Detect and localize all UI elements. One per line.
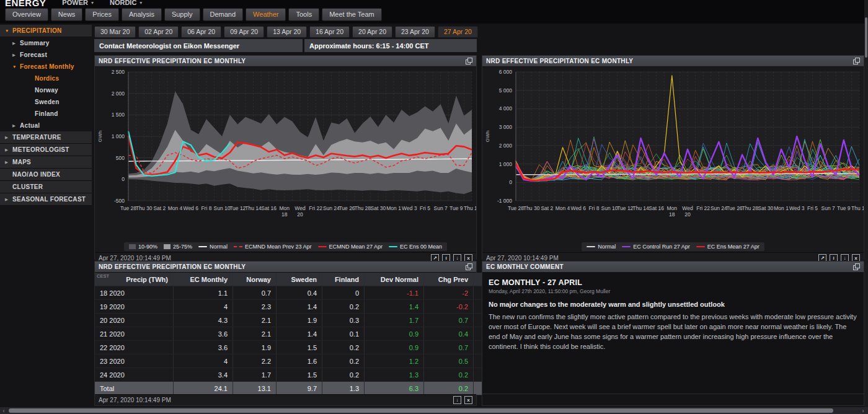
sidebar-item-meteorologist[interactable]: ▶METEOROLOGIST — [0, 144, 92, 156]
scroll-right-icon[interactable]: › — [859, 408, 867, 414]
excel-icon[interactable]: x — [464, 396, 472, 404]
tab-tools[interactable]: Tools — [288, 8, 319, 21]
sidebar-item-maps[interactable]: ▶MAPS — [0, 156, 92, 169]
sidebar-item-finland[interactable]: Finland — [0, 108, 92, 120]
sidebar-item-forecast[interactable]: ▶Forecast — [0, 49, 92, 61]
table-header-5: Dev Normal — [365, 273, 424, 286]
tab-meet-the-team[interactable]: Meet the Team — [322, 8, 382, 21]
table-cell: 0 — [322, 286, 365, 300]
sidebar-item-seasonal-forecast[interactable]: ▶SEASONAL FORECAST — [0, 193, 92, 206]
table-cell: 2.3 — [233, 300, 277, 314]
date-button-27-apr-20[interactable]: 27 Apr 20 — [438, 26, 478, 38]
chevron-right-icon[interactable]: ▶ — [12, 53, 20, 58]
tab-weather[interactable]: Weather — [246, 8, 286, 21]
date-button-02-apr-20[interactable]: 02 Apr 20 — [138, 26, 179, 38]
table-header-6: Chg Prev — [424, 273, 474, 286]
sidebar-item-temperature[interactable]: ▶TEMPERATURE — [0, 131, 92, 144]
scroll-left-icon[interactable]: ‹ — [0, 408, 7, 414]
tab-news[interactable]: News — [51, 8, 83, 21]
svg-text:Thu 14: Thu 14 — [632, 205, 649, 211]
sidebar-item-nao-ao-index[interactable]: NAO/AO INDEX — [0, 169, 92, 181]
sidebar-item-label: Actual — [20, 122, 40, 129]
legend-item: EC Ens Mean 27 Apr — [696, 244, 760, 250]
popout-icon[interactable] — [853, 263, 860, 270]
table-cell: 0.2 — [322, 368, 365, 382]
sidebar-item-nordics[interactable]: Nordics — [0, 73, 92, 84]
svg-text:500: 500 — [116, 155, 125, 161]
chevron-down-icon[interactable]: ▼ — [12, 64, 20, 69]
chevron-right-icon[interactable]: ▶ — [5, 160, 12, 165]
svg-text:Mon18: Mon18 — [280, 205, 290, 218]
sidebar-item-forecast-monthly[interactable]: ▼Forecast Monthly — [0, 61, 92, 73]
legend-label: EC Ens Mean 27 Apr — [707, 244, 760, 250]
precipitation-ensemble-chart[interactable]: 6 0005 0004 0003 0002 0001 0000-1 000GWh… — [482, 67, 864, 239]
table-cell: 0.7 — [424, 314, 474, 327]
vertical-scrollbar[interactable] — [864, 0, 868, 407]
table-cell: -0.2 — [424, 300, 474, 314]
table-cell: 2.1 — [233, 314, 277, 327]
svg-text:3 000: 3 000 — [499, 124, 513, 130]
date-button-09-apr-20[interactable]: 09 Apr 20 — [224, 26, 264, 38]
menu-power[interactable]: POWER▾ — [62, 0, 94, 6]
table-cell: 0.2 — [424, 382, 474, 395]
sidebar-item-label: METEOROLOGIST — [12, 146, 69, 153]
date-button-13-apr-20[interactable]: 13 Apr 20 — [267, 26, 307, 38]
svg-text:Thu 14: Thu 14 — [245, 205, 262, 211]
download-icon[interactable]: ↓ — [453, 396, 461, 404]
table-cell: -2 — [424, 286, 474, 300]
table-cell: 1.7 — [233, 368, 277, 382]
svg-text:Wed 3: Wed 3 — [789, 205, 805, 211]
sidebar-item-actual[interactable]: ▶Actual — [0, 120, 92, 131]
svg-text:Tue 28: Tue 28 — [120, 205, 136, 211]
date-button-23-apr-20[interactable]: 23 Apr 20 — [395, 26, 435, 38]
sidebar-item-norway[interactable]: Norway — [0, 84, 92, 96]
date-button-06-apr-20[interactable]: 06 Apr 20 — [181, 26, 221, 38]
menu-nordic[interactable]: NORDIC▾ — [110, 0, 142, 6]
contact-info: Contact Meteorologist on Eikon Messenger — [94, 39, 303, 52]
chevron-right-icon[interactable]: ▶ — [5, 135, 12, 140]
legend-swatch-icon — [234, 246, 242, 247]
chevron-right-icon[interactable]: ▶ — [5, 197, 12, 202]
info-bar: Contact Meteorologist on Eikon Messenger… — [94, 39, 477, 52]
table-cell: 1.6 — [277, 355, 322, 368]
legend-label: ECMND Mean 27 Apr — [329, 244, 383, 250]
sidebar-item-summary[interactable]: ▶Summary — [0, 37, 92, 49]
date-button-16-apr-20[interactable]: 16 Apr 20 — [309, 26, 350, 38]
panel-precipitation-band-chart: NRD EFFECTIVE PRECIPITATION EC MONTHLY 2… — [94, 55, 477, 260]
legend-swatch-icon — [696, 246, 705, 247]
legend-label: 25-75% — [173, 244, 192, 250]
date-button-30-mar-20[interactable]: 30 Mar 20 — [94, 26, 136, 38]
svg-text:4 000: 4 000 — [499, 105, 513, 112]
tab-overview[interactable]: Overview — [5, 8, 48, 21]
precipitation-band-chart[interactable]: 2 5002 0001 5001 0005000-500GWhTue 28Thu… — [95, 67, 476, 239]
tab-supply[interactable]: Supply — [164, 8, 200, 21]
svg-text:Mon18: Mon18 — [667, 205, 678, 218]
svg-text:Tue 26: Tue 26 — [339, 205, 355, 211]
svg-text:Tue 9: Tue 9 — [837, 205, 851, 211]
sidebar-item-cluster[interactable]: CLUSTER — [0, 181, 92, 193]
legend-swatch-icon — [129, 244, 136, 249]
chevron-right-icon[interactable]: ▶ — [12, 123, 20, 128]
table-cell: 6.3 — [365, 382, 424, 395]
chevron-down-icon: ▾ — [140, 0, 142, 6]
panel-footer: Apr 27, 2020 10:14:49 PM ↓x — [95, 394, 476, 405]
chevron-down-icon[interactable]: ▼ — [5, 29, 12, 33]
chevron-right-icon[interactable]: ▶ — [5, 148, 12, 152]
comment-heading: EC MONTHLY - 27 APRIL — [489, 278, 857, 287]
popout-icon[interactable] — [853, 58, 860, 64]
popout-icon[interactable] — [466, 263, 472, 270]
table-cell: 1.2 — [365, 355, 424, 368]
horizontal-scrollbar[interactable]: ‹ › — [0, 407, 868, 414]
chevron-right-icon[interactable]: ▶ — [12, 41, 20, 46]
popout-icon[interactable] — [466, 58, 472, 64]
scrollbar-thumb[interactable] — [865, 17, 867, 58]
legend-swatch-icon — [164, 244, 170, 249]
sidebar-item-sweden[interactable]: Sweden — [0, 96, 92, 108]
top-bar: ENERGY POWER▾ NORDIC▾ OverviewNewsPrices… — [0, 0, 868, 24]
date-button-20-apr-20[interactable]: 20 Apr 20 — [352, 26, 392, 38]
tab-demand[interactable]: Demand — [203, 8, 244, 21]
tab-analysis[interactable]: Analysis — [122, 8, 162, 21]
scrollbar-thumb[interactable] — [9, 408, 833, 413]
sidebar-item-precipitation[interactable]: ▼PRECIPITATION — [0, 25, 92, 37]
tab-prices[interactable]: Prices — [85, 8, 119, 21]
